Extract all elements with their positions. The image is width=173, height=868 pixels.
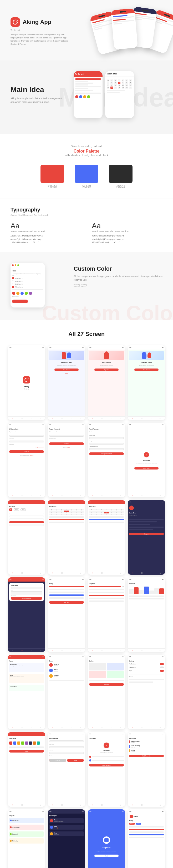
forgot-email-input[interactable] bbox=[49, 435, 84, 437]
calendar2-grid: MTW TFSS 123 456 78910 111213 14151617 bbox=[89, 509, 124, 515]
forgot-link[interactable]: Forgot password? bbox=[9, 446, 44, 448]
settings-item2[interactable]: Dark Mode bbox=[129, 666, 164, 669]
add-task-modal: Add Task Title Description Add New Task bbox=[9, 583, 44, 601]
chat-body: Messages Sarah Hey, how's the task? Mike… bbox=[48, 813, 85, 868]
task2-date-input[interactable] bbox=[49, 746, 84, 748]
task-title-input[interactable] bbox=[11, 587, 42, 589]
type-sample-demi: Aa Avenir Next Rounded Pro - Demi ABCDEF… bbox=[10, 222, 81, 244]
reminder3: Review 4:30 PM bbox=[129, 749, 164, 752]
project3[interactable]: Research bbox=[9, 831, 44, 837]
chat-item2[interactable]: Mike Done! 🎉 bbox=[49, 825, 84, 830]
custom-color-section: Custom Color Title Lorem ipsum dolor sit… bbox=[0, 252, 173, 320]
login-username-input[interactable] bbox=[9, 435, 44, 437]
screen-color-picker: 9:41●●● Customize Apply bbox=[8, 732, 45, 807]
forgot-nav: ⌂☰ ♪⊙ bbox=[48, 494, 85, 497]
screen-calendar2: 9:41●●● April 2023 MTW TFSS 123 456 7891… bbox=[88, 500, 125, 575]
reset-body: Reset Password Create a new password Pho… bbox=[88, 427, 125, 494]
notification-title: Progress bbox=[89, 583, 124, 585]
settings-item1[interactable]: Notifications bbox=[129, 663, 164, 665]
screen-onboard1: 9:41●●● Welcome to aking A simple to do … bbox=[48, 345, 85, 420]
color-intro-sub: We chose calm, natural bbox=[10, 145, 163, 148]
notes-body: Notes Meeting notes Lorem ipsum dolor si… bbox=[8, 659, 45, 726]
screens-section: All 27 Screen 9:41 ●●● aking To do list … bbox=[0, 320, 173, 868]
success-icon: ✓ bbox=[144, 452, 149, 457]
type-sample-medium: Aa Avenir Next Rounded Pro - Medium ABCD… bbox=[92, 222, 163, 244]
screen-splash: 9:41 ●●● aking To do list ⌂ ☰ ♪ ⊙ bbox=[8, 345, 45, 420]
screen-task-complete: 9:41●●● Completed ✓ Great job! Task comp… bbox=[88, 732, 125, 807]
screen-reset-password: 9:41●●● Reset Password Create a new pass… bbox=[88, 423, 125, 497]
notes-card1: Meeting notes Lorem ipsum dolor sit amet… bbox=[9, 663, 44, 672]
forgot-title: Forgot Password bbox=[49, 428, 84, 430]
calendar-title: March 2023 bbox=[49, 505, 84, 507]
onboard1-btn[interactable]: Get Started bbox=[55, 369, 79, 371]
task2-save-btn[interactable]: Save bbox=[67, 759, 84, 762]
splash-nav: ⌂ ☰ ♪ ⊙ bbox=[8, 416, 45, 420]
reset-newpw-input[interactable] bbox=[89, 443, 124, 444]
hero-logo: Aking App bbox=[10, 18, 68, 27]
onboard3-hero bbox=[129, 351, 164, 360]
forgot-submit-btn[interactable]: Continue bbox=[49, 442, 84, 445]
chat-item1[interactable]: Sarah Hey, how's the task? bbox=[49, 818, 84, 823]
today-logo: aking bbox=[129, 815, 164, 818]
add-task2-body: Add New Task Task name Due date Priority… bbox=[48, 736, 85, 803]
onboard2-title: Work happens bbox=[102, 362, 111, 363]
back-tasks-btn[interactable]: Back to Tasks bbox=[89, 764, 124, 767]
reset-confirmpw-input[interactable] bbox=[89, 448, 124, 450]
task2-title-input[interactable] bbox=[49, 740, 84, 742]
screen-task-detail: 9:41●●● Today Add Task ⌂☰ ♪⊙ bbox=[48, 577, 85, 652]
main-idea-title: Main Idea bbox=[10, 86, 63, 94]
profile-logout-btn[interactable]: Logout bbox=[129, 533, 164, 535]
color-apply-btn[interactable]: Apply bbox=[9, 750, 44, 752]
login-signup-link[interactable]: Don't have account? Sign Up bbox=[9, 455, 44, 456]
add-task-nav: ⌂ ☰ ♪ ⊙ bbox=[8, 648, 45, 652]
calendar-body: March 2023 MTW TFSS 123 4567 8910 111213… bbox=[48, 504, 85, 571]
custom-color-phone: Title Lorem ipsum dolor sit amet consect… bbox=[10, 263, 45, 308]
screen-profile: 9:41●●● John Doe john@email.com Logout ⌂… bbox=[128, 500, 165, 575]
stats-title: Statistics bbox=[129, 583, 164, 585]
reset-btn[interactable]: Change Password bbox=[89, 453, 124, 455]
completed-task2 bbox=[89, 760, 124, 762]
project4[interactable]: Marketing bbox=[9, 838, 44, 843]
screen-projects: 9:41●●● Projects Mobile App Web Design R… bbox=[8, 809, 45, 868]
forgot-body: Forgot Password Enter your email address… bbox=[48, 427, 85, 494]
color-picker-grid bbox=[9, 742, 44, 745]
main-idea-phone-1: To Do List bbox=[74, 71, 103, 118]
onboard3-btn[interactable]: Get Started bbox=[134, 369, 159, 371]
project1[interactable]: Mobile App bbox=[9, 818, 44, 823]
typography-section: Typography Avenir Next Rounded Pro font … bbox=[0, 198, 173, 252]
reminder-add-btn[interactable]: Add Reminder bbox=[129, 755, 164, 757]
gallery-grid bbox=[89, 663, 124, 678]
task2-priority-input[interactable] bbox=[49, 752, 84, 754]
onboard-color-btn[interactable]: Next bbox=[94, 855, 118, 857]
login-password-input[interactable] bbox=[9, 441, 44, 442]
success-body: ✓ Successfull Your password has been cha… bbox=[128, 427, 165, 494]
chat-item3[interactable]: Anna Great work! bbox=[49, 831, 84, 836]
task-detail-btn[interactable]: Add Task bbox=[49, 601, 84, 603]
main-idea-phones: To Do List bbox=[74, 71, 134, 118]
forgot-back-link[interactable]: Back to Sign In bbox=[49, 447, 84, 448]
cc-phone-top bbox=[10, 263, 45, 268]
project2[interactable]: Web Design bbox=[9, 825, 44, 830]
main-idea-phone-2: March 2023 MTW TFSS 123 4567 8910 111213… bbox=[105, 71, 134, 118]
task-desc-input[interactable] bbox=[11, 591, 42, 594]
add-task-btn[interactable]: Add New Task bbox=[11, 597, 42, 600]
reminder-nav: ⌂☰ ♪⊙ bbox=[128, 803, 165, 807]
onboard2-btn[interactable]: Sign Up bbox=[94, 369, 118, 371]
typography-subtitle: Avenir Next Rounded Pro font used bbox=[10, 214, 163, 216]
screen-onboard2: 9:41●●● Work happens Manage your work ef… bbox=[88, 345, 125, 420]
media-body: Gallery Upload bbox=[88, 659, 125, 726]
onboard2-hero bbox=[89, 351, 124, 360]
color-intro-suffix: with shades of red, blue and black bbox=[10, 154, 163, 157]
settings-item3[interactable]: Sync bbox=[129, 670, 164, 672]
reset-code-input[interactable] bbox=[89, 437, 124, 439]
notification-body: Progress 75% bbox=[88, 582, 125, 648]
swatch-dark-label: #2f2f21 bbox=[116, 185, 125, 188]
login-btn[interactable]: Sign In bbox=[9, 450, 44, 453]
swatch-red-label: #ff6c6d bbox=[48, 185, 57, 188]
success-btn[interactable]: Go to Login bbox=[134, 467, 159, 469]
task2-cancel-btn[interactable]: Cancel bbox=[49, 759, 66, 762]
swatch-red bbox=[40, 165, 64, 183]
cc-title-text: Title bbox=[12, 270, 43, 272]
media-btn[interactable]: Upload bbox=[89, 683, 124, 686]
add-task2-nav: ⌂☰ ♪⊙ bbox=[48, 803, 85, 807]
